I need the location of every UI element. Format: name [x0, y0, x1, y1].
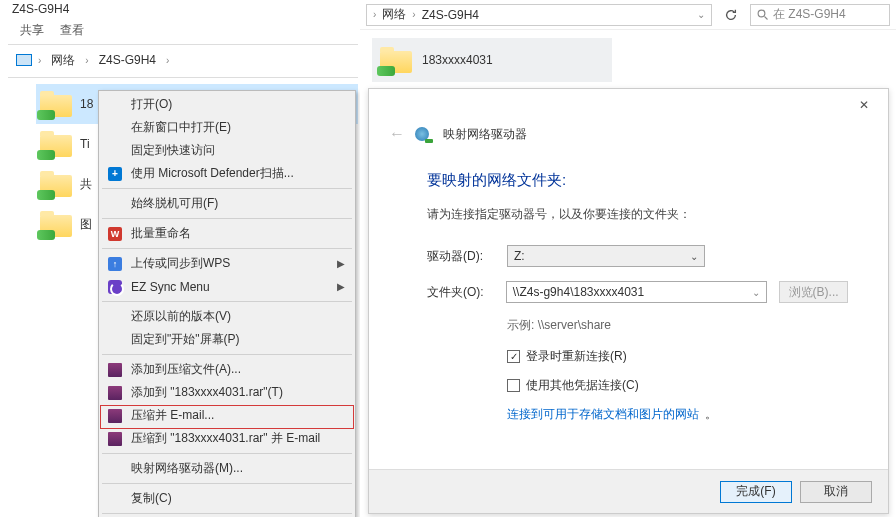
- network-drive-icon: [415, 125, 433, 143]
- folder-item[interactable]: 183xxxx4031: [372, 38, 612, 82]
- search-icon: [757, 9, 769, 21]
- dialog-main-title: 要映射的网络文件夹:: [427, 171, 848, 190]
- ribbon-tab-share[interactable]: 共享: [20, 22, 44, 39]
- chevron-right-icon: ›: [412, 9, 415, 20]
- folder-label: 共: [80, 176, 92, 193]
- credentials-label: 使用其他凭据连接(C): [526, 377, 639, 394]
- rar-icon: [108, 432, 122, 446]
- shield-icon: +: [108, 167, 122, 181]
- dialog-header-title: 映射网络驱动器: [443, 126, 527, 143]
- refresh-icon: [724, 8, 738, 22]
- breadcrumb-network[interactable]: 网络: [382, 6, 406, 23]
- link-suffix: 。: [705, 406, 717, 423]
- left-address-bar[interactable]: › 网络 › Z4S-G9H4 ›: [8, 45, 358, 75]
- cm-compress-email[interactable]: 压缩并 E-mail...: [101, 404, 353, 427]
- chevron-right-icon: ›: [373, 9, 376, 20]
- chevron-right-icon: ›: [38, 55, 41, 66]
- back-arrow-icon: ←: [389, 125, 405, 143]
- shared-folder-icon: [40, 171, 72, 197]
- cm-add-to-archive[interactable]: 添加到压缩文件(A)...: [101, 358, 353, 381]
- shared-folder-icon: [40, 91, 72, 117]
- cm-compress-named-email[interactable]: 压缩到 "183xxxx4031.rar" 并 E-mail: [101, 427, 353, 450]
- chevron-down-icon: ⌄: [752, 287, 760, 298]
- dialog-description: 请为连接指定驱动器号，以及你要连接的文件夹：: [427, 206, 848, 223]
- drive-value: Z:: [514, 249, 525, 263]
- rar-icon: [108, 363, 122, 377]
- chevron-right-icon: ›: [85, 55, 88, 66]
- svg-point-0: [758, 10, 765, 17]
- breadcrumb-network[interactable]: 网络: [47, 50, 79, 71]
- storage-website-link[interactable]: 连接到可用于存储文档和图片的网站: [507, 406, 699, 423]
- reconnect-checkbox[interactable]: ✓: [507, 350, 520, 363]
- chevron-right-icon: ›: [166, 55, 169, 66]
- close-button[interactable]: ✕: [848, 95, 880, 115]
- folder-field-label: 文件夹(O):: [427, 284, 494, 301]
- credentials-checkbox[interactable]: [507, 379, 520, 392]
- finish-button[interactable]: 完成(F): [720, 481, 792, 503]
- chevron-right-icon: ▶: [337, 281, 345, 292]
- cm-open-new-window[interactable]: 在新窗口中打开(E): [101, 116, 353, 139]
- breadcrumb-host[interactable]: Z4S-G9H4: [422, 8, 479, 22]
- ribbon-tab-view[interactable]: 查看: [60, 22, 84, 39]
- cm-always-offline[interactable]: 始终脱机可用(F): [101, 192, 353, 215]
- cancel-button[interactable]: 取消: [800, 481, 872, 503]
- cm-copy[interactable]: 复制(C): [101, 487, 353, 510]
- monitor-icon: [16, 54, 32, 66]
- cm-add-to-named-rar[interactable]: 添加到 "183xxxx4031.rar"(T): [101, 381, 353, 404]
- cm-batch-rename[interactable]: W批量重命名: [101, 222, 353, 245]
- chevron-down-icon[interactable]: ⌄: [697, 9, 705, 20]
- cm-pin-start[interactable]: 固定到"开始"屏幕(P): [101, 328, 353, 351]
- cm-upload-wps[interactable]: ↑上传或同步到WPS▶: [101, 252, 353, 275]
- cm-pin-quick-access[interactable]: 固定到快速访问: [101, 139, 353, 162]
- cm-ez-sync[interactable]: EZ Sync Menu▶: [101, 275, 353, 298]
- cm-open[interactable]: 打开(O): [101, 93, 353, 116]
- wps-blue-icon: ↑: [108, 257, 122, 271]
- rar-icon: [108, 386, 122, 400]
- browse-button: 浏览(B)...: [779, 281, 848, 303]
- folder-value: \\Z4s-g9h4\183xxxx4031: [513, 285, 644, 299]
- folder-label: 图: [80, 216, 92, 233]
- shared-folder-icon: [40, 211, 72, 237]
- cm-defender-scan[interactable]: +使用 Microsoft Defender扫描...: [101, 162, 353, 185]
- wps-red-icon: W: [108, 227, 122, 241]
- folder-input[interactable]: \\Z4s-g9h4\183xxxx4031 ⌄: [506, 281, 767, 303]
- refresh-button[interactable]: [720, 4, 742, 26]
- breadcrumb-host[interactable]: Z4S-G9H4: [95, 51, 160, 69]
- drive-label: 驱动器(D):: [427, 248, 495, 265]
- rar-icon: [108, 409, 122, 423]
- shared-folder-icon: [40, 131, 72, 157]
- cm-restore-previous[interactable]: 还原以前的版本(V): [101, 305, 353, 328]
- close-icon: ✕: [859, 98, 869, 112]
- left-tree-strip: [8, 78, 28, 244]
- drive-select[interactable]: Z: ⌄: [507, 245, 705, 267]
- cm-map-network-drive[interactable]: 映射网络驱动器(M)...: [101, 457, 353, 480]
- reconnect-label: 登录时重新连接(R): [526, 348, 627, 365]
- folder-label: 18: [80, 97, 93, 111]
- dialog-footer: 完成(F) 取消: [369, 469, 888, 513]
- chevron-right-icon: ▶: [337, 258, 345, 269]
- chevron-down-icon: ⌄: [690, 251, 698, 262]
- right-address-bar[interactable]: › 网络 › Z4S-G9H4 ⌄: [366, 4, 712, 26]
- folder-label: 183xxxx4031: [422, 53, 493, 67]
- ribbon-tabs: 共享 查看: [8, 18, 358, 42]
- example-text: 示例: \\server\share: [507, 317, 848, 334]
- shared-folder-icon: [380, 47, 412, 73]
- svg-line-1: [765, 16, 768, 19]
- left-titlebar: Z4S-G9H4: [8, 0, 358, 18]
- context-menu: 打开(O) 在新窗口中打开(E) 固定到快速访问 +使用 Microsoft D…: [98, 90, 356, 517]
- folder-label: Ti: [80, 137, 90, 151]
- search-box[interactable]: 在 Z4S-G9H4: [750, 4, 890, 26]
- ez-sync-icon: [108, 280, 122, 294]
- left-window-title: Z4S-G9H4: [12, 2, 69, 16]
- map-network-drive-dialog: ✕ ← 映射网络驱动器 要映射的网络文件夹: 请为连接指定驱动器号，以及你要连接…: [368, 88, 889, 514]
- search-placeholder: 在 Z4S-G9H4: [773, 6, 846, 23]
